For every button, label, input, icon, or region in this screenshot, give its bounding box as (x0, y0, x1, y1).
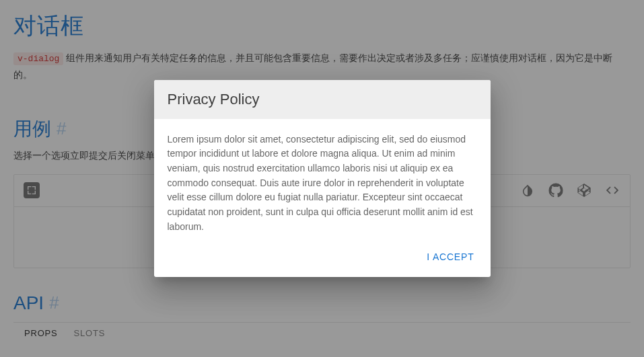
accept-button[interactable]: I Accept (419, 246, 482, 268)
dialog-title: Privacy Policy (154, 80, 491, 119)
dialog-body: Lorem ipsum dolor sit amet, consectetur … (154, 119, 491, 241)
privacy-dialog: Privacy Policy Lorem ipsum dolor sit ame… (154, 80, 491, 278)
dialog-actions: I Accept (154, 241, 491, 277)
dialog-overlay[interactable]: Privacy Policy Lorem ipsum dolor sit ame… (0, 0, 644, 357)
